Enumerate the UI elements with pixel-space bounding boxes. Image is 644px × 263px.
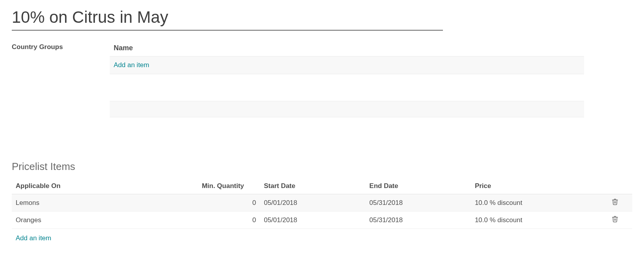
cell-actions <box>608 212 632 229</box>
country-groups-footer <box>110 101 584 117</box>
cell-price[interactable]: 10.0 % discount <box>471 212 607 229</box>
pricelist-table: Applicable On Min. Quantity Start Date E… <box>12 178 632 246</box>
cell-min-qty[interactable]: 0 <box>198 194 260 212</box>
cell-end-date[interactable]: 05/31/2018 <box>365 194 471 212</box>
country-groups-body: Add an item <box>110 56 584 74</box>
pricelist-header-row: Applicable On Min. Quantity Start Date E… <box>12 178 632 194</box>
pricelist-add-row: Add an item <box>12 229 632 247</box>
trash-icon[interactable] <box>611 216 619 223</box>
country-groups-row: Country Groups Name Add an item <box>12 42 632 117</box>
cell-price[interactable]: 10.0 % discount <box>471 194 607 212</box>
pricelist-header-price[interactable]: Price <box>471 178 607 194</box>
pricelist-header-actions <box>608 178 632 194</box>
country-groups-name-header[interactable]: Name <box>110 42 584 56</box>
country-groups-add-item[interactable]: Add an item <box>114 61 149 69</box>
cell-start-date[interactable]: 05/01/2018 <box>260 212 365 229</box>
cell-start-date[interactable]: 05/01/2018 <box>260 194 365 212</box>
trash-icon[interactable] <box>611 198 619 205</box>
cell-actions <box>608 194 632 212</box>
pricelist-header-start-date[interactable]: Start Date <box>260 178 365 194</box>
pricelist-add-item[interactable]: Add an item <box>16 234 51 242</box>
pricelist-header-end-date[interactable]: End Date <box>365 178 471 194</box>
cell-min-qty[interactable]: 0 <box>198 212 260 229</box>
pricelist-row[interactable]: Lemons 0 05/01/2018 05/31/2018 10.0 % di… <box>12 194 632 212</box>
pricelist-row[interactable]: Oranges 0 05/01/2018 05/31/2018 10.0 % d… <box>12 212 632 229</box>
country-groups-label: Country Groups <box>12 42 110 51</box>
pricelist-items-title: Pricelist Items <box>12 161 632 173</box>
page-title[interactable]: 10% on Citrus in May <box>12 8 443 31</box>
cell-end-date[interactable]: 05/31/2018 <box>365 212 471 229</box>
pricelist-header-applicable-on[interactable]: Applicable On <box>12 178 198 194</box>
pricelist-header-min-qty[interactable]: Min. Quantity <box>198 178 260 194</box>
cell-applicable-on[interactable]: Lemons <box>12 194 198 212</box>
cell-applicable-on[interactable]: Oranges <box>12 212 198 229</box>
country-groups-table: Name Add an item <box>110 42 584 117</box>
